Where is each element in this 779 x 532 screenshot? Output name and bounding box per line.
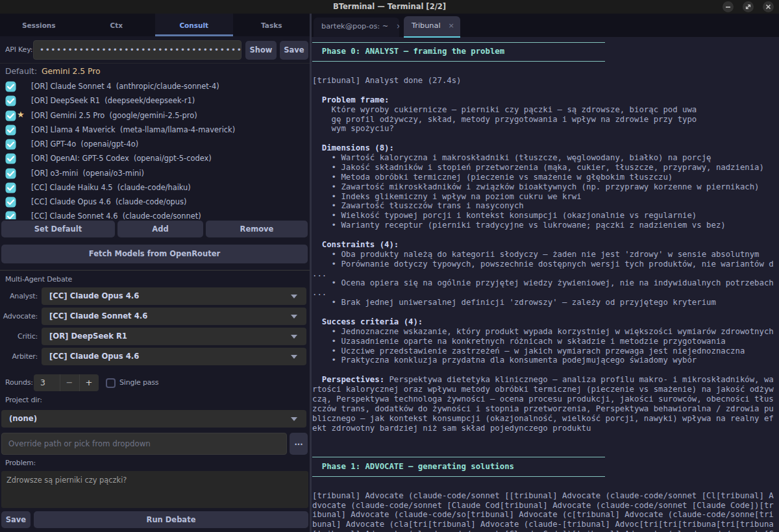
tab-consult[interactable]: Consult [155, 14, 233, 36]
model-row[interactable]: [OR] OpenAI: GPT-5 Codex (openai/gpt-5-c… [0, 151, 310, 165]
browse-button[interactable]: ... [290, 433, 308, 455]
model-checkbox[interactable] [5, 168, 16, 179]
terminal-line [312, 308, 779, 317]
model-checkbox[interactable] [5, 81, 16, 92]
terminal-tab-label: bartek@pop-os: ~ [321, 22, 388, 30]
fetch-models-button[interactable]: Fetch Models from OpenRouter [1, 245, 308, 263]
api-key-input[interactable]: ••••••••••••••••••••••••••••••••••••••••… [33, 40, 241, 60]
title-bar: BTerminal — Terminal [2/2] [0, 0, 779, 14]
chevron-down-icon [291, 315, 297, 319]
debate-section-label: Multi-Agent Debate [5, 275, 72, 284]
model-row[interactable]: [OR] DeepSeek R1 (deepseek/deepseek-r1) [0, 93, 310, 108]
override-path-input[interactable]: Override path or pick from dropdown [1, 433, 287, 455]
model-checkbox[interactable] [5, 211, 16, 219]
project-dir-value: (none) [9, 410, 37, 428]
terminal-line: ... [312, 288, 779, 298]
model-label: [CC] Claude Sonnet 4.6 (claude-code/sonn… [31, 209, 201, 219]
terminal-line: wym spożyciu? [312, 124, 779, 134]
model-row[interactable]: [OR] GPT-4o (openai/gpt-4o) [0, 137, 310, 151]
tab-close-icon[interactable]: × [396, 22, 399, 30]
terminal-line [312, 481, 779, 491]
save-button[interactable]: Save [1, 511, 31, 528]
terminal-line: • Jakość składników i stopień przetworze… [312, 163, 779, 173]
tab-ctx[interactable]: Ctx [78, 14, 156, 36]
model-checkbox[interactable] [5, 95, 16, 106]
terminal-tab-bar: bartek@pop-os: ~×Tribunal× [312, 14, 779, 37]
model-checkbox[interactable] [5, 125, 16, 136]
phase-rule [312, 476, 605, 477]
terminal-line: [tribunal] Advocate (claude-code/sonnet … [312, 491, 779, 501]
terminal-line: Które wyroby cukiernicze — pierniki czy … [312, 105, 779, 115]
model-row[interactable]: ★[OR] Gemini 2.5 Pro (google/gemini-2.5-… [0, 108, 310, 123]
model-label: [OR] GPT-4o (openai/gpt-4o) [31, 137, 138, 151]
star-icon: ★ [17, 110, 25, 119]
terminal-line: ibunal] Advocate (claude-code/so[tribuna… [312, 510, 779, 520]
minimize-button[interactable] [723, 1, 734, 12]
model-label: [OR] Llama 4 Maverick (meta-llama/llama-… [31, 123, 235, 137]
model-checkbox[interactable] [5, 153, 16, 164]
terminal-line: ... [312, 269, 779, 279]
project-dir-select[interactable]: (none) [1, 410, 306, 428]
terminal-line: bunal] Advocate (cla[tri[tribunal] Advoc… [312, 520, 779, 529]
add-button[interactable]: Add [117, 221, 203, 237]
model-checkbox[interactable] [5, 197, 16, 208]
terminal-line: • Porównanie dotyczy typowych, powszechn… [312, 260, 779, 269]
role-select-analyst[interactable]: [CC] Claude Opus 4.6 [42, 287, 306, 305]
remove-button[interactable]: Remove [206, 221, 308, 237]
terminal-line: Problem frame: [312, 95, 779, 105]
terminal-tab-tribunal[interactable]: Tribunal× [404, 16, 460, 37]
terminal-line: zczów trans, dodatków do żywności i stop… [312, 404, 779, 414]
model-checkbox[interactable] [5, 182, 16, 193]
terminal-line: • Wielkość typowej porcji i kontekst kon… [312, 211, 779, 221]
terminal-line: • Jednoznaczne wskazanie, który produkt … [312, 327, 779, 337]
minimize-icon [723, 1, 734, 12]
role-label: Arbiter: [1, 348, 38, 365]
terminal-line: Success criteria (4): [312, 317, 779, 327]
terminal-line: [tribunal] Analyst done (27.4s) [312, 76, 779, 86]
terminal-line: • Uczciwe przedstawienie zastrzeżeń — w … [312, 346, 779, 356]
tab-tasks[interactable]: Tasks [233, 14, 311, 36]
terminal-line [312, 452, 779, 462]
model-row[interactable]: [OR] Llama 4 Maverick (meta-llama/llama-… [0, 123, 310, 137]
set-default-button[interactable]: Set Default [1, 221, 115, 237]
terminal-line [312, 134, 779, 143]
left-panel: SessionsCtxConsultTasks API Key: •••••••… [0, 14, 310, 532]
rounds-minus-button[interactable]: − [60, 374, 79, 391]
tab-sessions[interactable]: Sessions [0, 14, 78, 36]
terminal-tab-shell[interactable]: bartek@pop-os: ~× [314, 18, 399, 37]
terminal-line [312, 472, 779, 481]
single-pass-checkbox[interactable] [106, 378, 116, 388]
model-row[interactable]: [OR] o3-mini (openai/o3-mini) [0, 166, 310, 180]
show-button[interactable]: Show [245, 41, 277, 60]
model-checkbox[interactable] [5, 110, 16, 121]
save-api-key-button[interactable]: Save [280, 41, 308, 60]
role-select-arbiter[interactable]: [CC] Claude Opus 4.6 [42, 348, 306, 365]
role-label: Analyst: [1, 287, 38, 305]
model-row[interactable]: [CC] Claude Opus 4.6 (claude-code/opus) [0, 195, 310, 209]
run-debate-button[interactable]: Run Debate [34, 511, 308, 528]
rounds-stepper[interactable]: 3 − + [34, 374, 99, 391]
problem-label: Problem: [5, 459, 36, 467]
maximize-button[interactable] [743, 1, 754, 12]
rounds-label: Rounds: [5, 374, 33, 391]
api-key-label: API Key: [5, 40, 32, 60]
model-row[interactable]: [CC] Claude Sonnet 4.6 (claude-code/sonn… [0, 209, 310, 219]
close-button[interactable] [763, 1, 774, 12]
rounds-plus-button[interactable]: + [79, 374, 99, 391]
model-row[interactable]: [CC] Claude Haiku 4.5 (claude-code/haiku… [0, 180, 310, 195]
model-checkbox[interactable] [5, 139, 16, 150]
role-select-critic[interactable]: [OR] DeepSeek R1 [42, 328, 306, 345]
model-row[interactable]: [OR] Claude Sonnet 4 (anthropic/claude-s… [0, 79, 310, 93]
tab-close-icon[interactable]: × [449, 21, 454, 30]
role-select-advocate[interactable]: [CC] Claude Sonnet 4.6 [42, 308, 306, 325]
role-label: Critic: [1, 328, 38, 345]
model-label: [OR] o3-mini (openai/o3-mini) [31, 166, 144, 180]
terminal-line: dvocate (claude-code/sonnet [Claude Cod[… [312, 501, 779, 511]
chevron-down-icon [291, 417, 297, 421]
problem-textarea[interactable]: Zdrowsze są pierniki czy pączki? [1, 471, 308, 508]
role-label: Advocate: [1, 308, 38, 325]
terminal-line: • Brak jednej uniwersalnej definicji 'zd… [312, 298, 779, 308]
terminal-line: • Warianty receptur (pierniki tradycyjne… [312, 221, 779, 230]
terminal-line: • Oba produkty należą do kategorii słody… [312, 250, 779, 260]
terminal-line: [tribunal] Advocate (claude-code/sonnet … [312, 529, 779, 531]
